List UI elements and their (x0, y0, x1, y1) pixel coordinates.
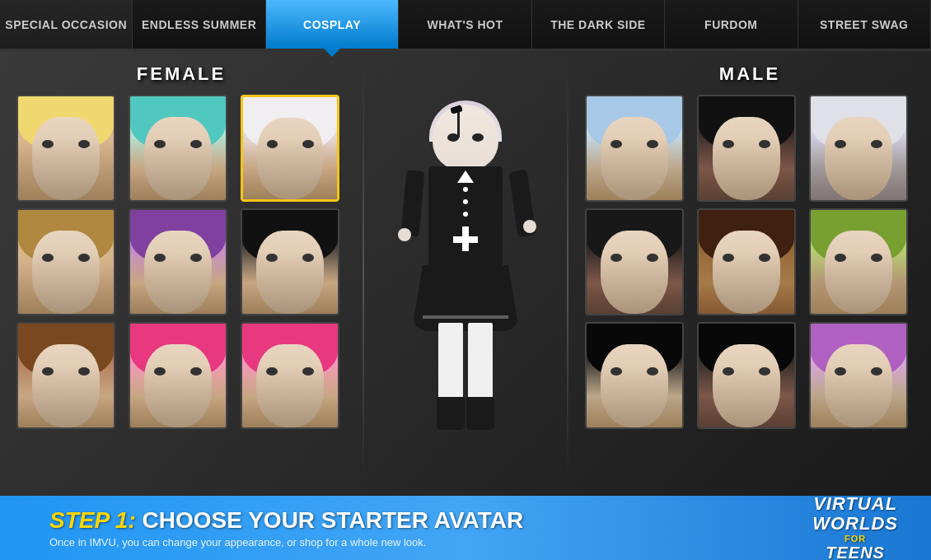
avatar-face-f5 (130, 210, 226, 314)
avatar-face-m1 (587, 96, 682, 200)
male-section-title: MALE (585, 63, 915, 85)
avatar-face-m9 (811, 324, 906, 427)
face-overlay (130, 251, 226, 314)
avatar-face-m7 (587, 324, 682, 427)
step-heading: STEP 1: CHOOSE YOUR STARTER AVATAR (49, 507, 812, 534)
face-overlay (587, 365, 682, 427)
face-overlay (130, 365, 226, 427)
avatar-left-leg (438, 323, 463, 405)
navigation-bar: Special OccasionEndless SummerCosplayWha… (0, 0, 931, 51)
avatar-cell-f1[interactable] (16, 95, 115, 202)
center-panel (364, 51, 567, 496)
avatar-face-f3 (243, 97, 337, 199)
nav-tab-furdom[interactable]: Furdom (665, 0, 798, 49)
avatar-left-hand (398, 228, 411, 241)
avatar-left-arm (401, 170, 425, 237)
avatar-right-hand (523, 220, 536, 233)
avatar-face-f6 (242, 210, 338, 314)
footer: STEP 1: CHOOSE YOUR STARTER AVATAR Once … (0, 496, 931, 560)
avatar-cell-m9[interactable] (809, 322, 908, 429)
avatar-face-f1 (18, 96, 114, 200)
face-overlay (243, 138, 337, 199)
footer-text-block: STEP 1: CHOOSE YOUR STARTER AVATAR Once … (49, 507, 812, 548)
avatar-cell-f6[interactable] (241, 208, 339, 315)
avatar-face-m3 (811, 96, 906, 200)
cross-vertical (462, 226, 469, 251)
face-overlay (699, 138, 794, 200)
face-overlay (587, 251, 682, 314)
female-panel: FEMALE (0, 51, 363, 496)
avatar-cell-m5[interactable] (697, 208, 796, 315)
avatar-face-f8 (130, 324, 226, 427)
vw-logo: VIRTUAL WORLDS FOR TEENS (812, 494, 898, 560)
avatar-face-m5 (699, 210, 794, 314)
avatar-cell-m6[interactable] (809, 208, 908, 315)
footer-subtext: Once in IMVU, you can change your appear… (49, 536, 812, 548)
main-content: FEMALE (0, 51, 931, 496)
avatar-face-m2 (699, 96, 794, 200)
face-overlay (18, 138, 114, 200)
vw-logo-worlds: WORLDS (812, 514, 898, 534)
vw-logo-teens: TEENS (812, 544, 898, 560)
face-overlay (130, 138, 226, 200)
avatar-skirt (412, 265, 519, 331)
face-overlay (242, 251, 338, 314)
nav-tab-whats-hot[interactable]: What's Hot (399, 0, 531, 49)
avatar-face-m4 (587, 210, 682, 314)
avatar-cell-m1[interactable] (585, 95, 684, 202)
avatar-cell-m2[interactable] (697, 95, 796, 202)
avatar-cell-f9[interactable] (241, 322, 339, 429)
avatar-cell-f3[interactable] (241, 95, 339, 202)
face-overlay (242, 365, 338, 427)
male-panel: MALE (568, 51, 931, 496)
avatar-face-m6 (811, 210, 906, 314)
avatar-face-f7 (18, 324, 114, 427)
face-overlay (18, 251, 114, 314)
nav-tab-the-dark-side[interactable]: The Dark Side (532, 0, 665, 49)
female-avatar-grid (16, 95, 346, 429)
avatar-cell-m4[interactable] (585, 208, 684, 315)
female-section-title: FEMALE (16, 63, 346, 85)
vw-logo-for: FOR (812, 534, 898, 544)
avatar-body (428, 166, 503, 282)
avatar-left-boot (437, 397, 465, 430)
nav-tab-cosplay[interactable]: Cosplay (266, 0, 399, 49)
face-overlay (811, 251, 906, 314)
avatar-right-boot (466, 397, 494, 430)
avatar-cell-f5[interactable] (129, 208, 227, 315)
avatar-right-leg (468, 323, 493, 405)
avatar-cell-f2[interactable] (129, 95, 227, 202)
nav-tab-endless-summer[interactable]: Endless Summer (133, 0, 265, 49)
face-overlay (811, 138, 906, 200)
face-overlay (699, 365, 794, 427)
vw-logo-virtual: VIRTUAL (812, 494, 898, 514)
face-overlay (699, 251, 794, 314)
avatar-cell-f7[interactable] (16, 322, 115, 429)
nav-tab-street-swag[interactable]: Street Swag (798, 0, 931, 49)
avatar-face-f2 (130, 96, 226, 200)
nav-tab-special-occasion[interactable]: Special Occasion (0, 0, 133, 49)
avatar-head (433, 105, 498, 170)
avatar-cell-m3[interactable] (809, 95, 908, 202)
avatar-cell-m8[interactable] (697, 322, 796, 429)
avatar-face-m8 (699, 324, 794, 427)
face-overlay (587, 138, 682, 200)
step-label: STEP 1: (49, 507, 136, 533)
face-overlay (18, 365, 114, 427)
face-overlay (811, 365, 906, 427)
avatar-face-f9 (242, 324, 338, 427)
avatar-cell-f4[interactable] (16, 208, 115, 315)
male-avatar-grid (585, 95, 915, 429)
avatar-face-f4 (18, 210, 114, 314)
step-action: CHOOSE YOUR STARTER AVATAR (143, 507, 524, 533)
avatar-cell-m7[interactable] (585, 322, 684, 429)
avatar-cell-f8[interactable] (129, 322, 227, 429)
main-avatar-display (383, 96, 548, 450)
